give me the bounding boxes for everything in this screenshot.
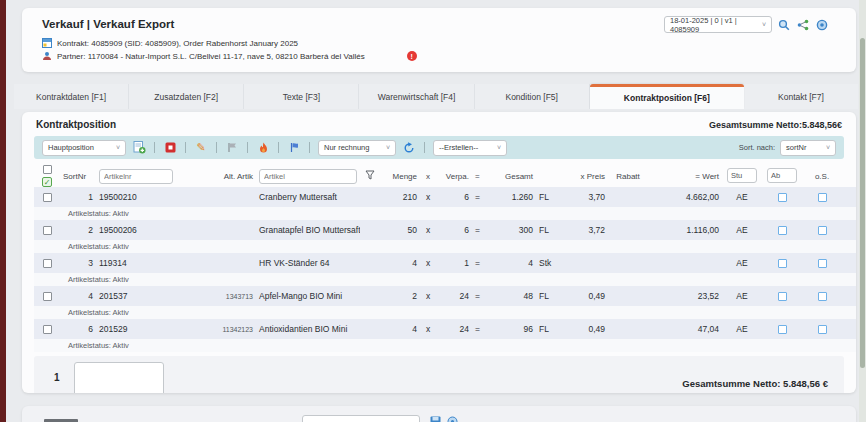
total-netto-bottom: Gesamtsumme Netto: 5.848,56 € xyxy=(682,378,828,389)
toolbar-separator xyxy=(185,142,186,153)
table-row[interactable]: 2 19500206 Granatapfel BIO Muttersaft 50… xyxy=(34,220,856,240)
toolbar-separator xyxy=(309,142,310,153)
ab-checkbox[interactable] xyxy=(778,193,787,202)
alert-icon[interactable]: ! xyxy=(407,51,417,61)
ab-checkbox[interactable] xyxy=(778,325,787,334)
row-checkbox[interactable] xyxy=(43,292,52,301)
os-checkbox[interactable] xyxy=(818,226,827,235)
col-header-eq: = xyxy=(472,165,486,187)
scrollbar-thumb[interactable] xyxy=(860,38,865,368)
col-header-sortnr: SortNr xyxy=(60,165,96,187)
row-checkbox[interactable] xyxy=(43,259,52,268)
flag-grey-icon[interactable] xyxy=(225,141,239,155)
chevron-down-icon: ˅ xyxy=(762,21,766,28)
col-header-preis: x Preis xyxy=(562,165,608,187)
toolbar-separator xyxy=(247,142,248,153)
col-header-alt-artik: Alt. Artik xyxy=(176,165,256,187)
next-section-card xyxy=(22,406,856,422)
scrollbar[interactable] xyxy=(859,0,866,422)
record-icon[interactable] xyxy=(816,19,828,31)
row-status: Artikelstatus: Aktiv xyxy=(34,339,856,352)
artikelnr-filter-input[interactable] xyxy=(99,169,173,184)
ab-checkbox[interactable] xyxy=(778,226,787,235)
delete-icon[interactable] xyxy=(163,141,177,155)
kontraktposition-panel: Kontraktposition Gesamtsumme Netto:5.848… xyxy=(22,112,856,393)
bottom-section-icons xyxy=(430,416,458,422)
os-checkbox[interactable] xyxy=(818,259,827,268)
row-checkbox[interactable] xyxy=(43,193,52,202)
partner-icon xyxy=(42,51,52,61)
chevron-down-icon: ˅ xyxy=(497,144,501,151)
chevron-down-icon: ˅ xyxy=(116,144,120,151)
os-checkbox[interactable] xyxy=(818,193,827,202)
sort-controls: Sort. nach: sortNr ˅ xyxy=(739,140,836,156)
tab-texte[interactable]: Texte [F3] xyxy=(244,84,359,109)
header-card: Verkauf | Verkauf Export Kontrakt: 40859… xyxy=(22,8,856,72)
tab-warenwirtschaft[interactable]: Warenwirtschaft [F4] xyxy=(359,84,474,109)
position-type-select[interactable]: Hauptposition ˅ xyxy=(42,140,126,156)
version-select[interactable]: 18-01-2025 | 0 | v1 | 4085909 ˅ xyxy=(664,16,772,33)
tab-kontraktposition[interactable]: Kontraktposition [F6] xyxy=(590,84,744,109)
sort-label: Sort. nach: xyxy=(739,143,775,152)
total-netto-top: Gesamtsumme Netto:5.848,56€ xyxy=(709,120,842,130)
partner-text: Partner: 1170084 - Natur-Import S.L. C/B… xyxy=(57,52,365,61)
chevron-down-icon: ˅ xyxy=(826,144,830,151)
select-all-check-icon[interactable]: ✓ xyxy=(42,177,52,187)
toolbar-separator xyxy=(424,142,425,153)
col-header-os: o.S. xyxy=(802,165,842,187)
table-row[interactable]: 3 119314 HR VK-Ständer 64 4 x 1 = 4 Stk … xyxy=(34,253,856,273)
col-header-menge: Menge xyxy=(380,165,420,187)
save-icon[interactable] xyxy=(430,416,441,422)
contract-icon xyxy=(42,38,52,48)
table-header-row: ✓ SortNr Alt. Artik Menge x Verpa. = Ges… xyxy=(34,165,856,187)
add-position-icon[interactable] xyxy=(132,141,146,155)
col-header-stu[interactable]: Stu xyxy=(727,168,757,183)
tab-zusatzdaten[interactable]: Zusatzdaten [F2] xyxy=(129,84,244,109)
section-head: Kontraktposition Gesamtsumme Netto:5.848… xyxy=(22,112,856,134)
edit-icon[interactable]: ✎ xyxy=(194,141,208,155)
contract-line: Kontrakt: 4085909 (SID: 4085909), Order … xyxy=(42,38,844,48)
tab-kontraktdaten[interactable]: Kontraktdaten [F1] xyxy=(14,84,129,109)
col-header-x: x xyxy=(420,165,436,187)
table-footer: 1 Gesamtsumme Netto: 5.848,56 € xyxy=(34,356,844,393)
refresh-icon[interactable] xyxy=(402,141,416,155)
col-header-verpa: Verpa. xyxy=(436,165,472,187)
row-checkbox[interactable] xyxy=(43,325,52,334)
share-icon[interactable] xyxy=(797,19,809,31)
refresh-icon[interactable] xyxy=(447,416,458,422)
invoice-filter-select[interactable]: Nur rechnung ˅ xyxy=(318,140,396,156)
search-icon[interactable] xyxy=(778,19,790,31)
version-select-value: 18-01-2025 | 0 | v1 | 4085909 xyxy=(670,16,756,34)
tab-kondition[interactable]: Kondition [F5] xyxy=(475,84,590,109)
table-row[interactable]: 4 201537 1343713 Apfel-Mango BIO Mini 2 … xyxy=(34,286,856,306)
contract-text: Kontrakt: 4085909 (SID: 4085909), Order … xyxy=(57,39,298,48)
create-select[interactable]: --Erstellen-- ˅ xyxy=(433,140,507,156)
footer-row-number: 1 xyxy=(54,372,60,383)
section-title: Kontraktposition xyxy=(36,119,116,130)
version-controls: 18-01-2025 | 0 | v1 | 4085909 ˅ xyxy=(664,16,828,33)
table-row[interactable]: 1 19500210 Cranberry Muttersaft 210 x 6 … xyxy=(34,187,856,207)
window-edge-left xyxy=(0,0,6,422)
flag-blue-icon[interactable] xyxy=(287,141,301,155)
sort-select[interactable]: sortNr ˅ xyxy=(780,140,836,156)
ab-checkbox[interactable] xyxy=(778,292,787,301)
col-header-ab[interactable]: Ab xyxy=(767,168,797,183)
select-all-checkbox[interactable] xyxy=(43,165,52,174)
position-note-textarea[interactable] xyxy=(74,362,164,393)
tab-kontakt[interactable]: Kontakt [F7] xyxy=(744,84,858,109)
col-header-wert: = Wert xyxy=(648,165,722,187)
os-checkbox[interactable] xyxy=(818,325,827,334)
bottom-section-input[interactable] xyxy=(302,415,420,422)
artikel-filter-input[interactable] xyxy=(259,169,357,184)
row-status: Artikelstatus: Aktiv xyxy=(34,273,856,286)
row-status: Artikelstatus: Aktiv xyxy=(34,306,856,319)
ab-checkbox[interactable] xyxy=(778,259,787,268)
table-row[interactable]: 6 201529 11342123 Antioxidantien BIO Min… xyxy=(34,319,856,339)
chevron-down-icon: ˅ xyxy=(386,144,390,151)
os-checkbox[interactable] xyxy=(818,292,827,301)
flame-icon[interactable] xyxy=(256,141,270,155)
row-checkbox[interactable] xyxy=(43,226,52,235)
toolbar-separator xyxy=(154,142,155,153)
filter-funnel-icon[interactable] xyxy=(365,170,375,180)
col-header-rabatt: Rabatt xyxy=(608,165,648,187)
